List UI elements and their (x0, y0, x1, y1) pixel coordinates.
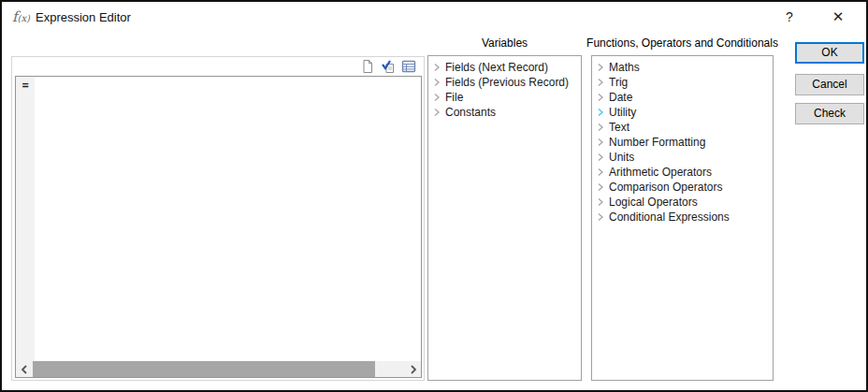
expression-line[interactable]: =if ([Lithology]="DD" & ([Pb_ppm]>60 | [… (37, 79, 421, 94)
chevron-right-icon (432, 78, 441, 87)
horizontal-scrollbar[interactable] (16, 361, 421, 377)
chevron-right-icon (596, 152, 605, 162)
tree-item-date[interactable]: Date (592, 90, 773, 105)
chevron-right-icon (432, 93, 441, 102)
tree-item-label: Utility (609, 106, 636, 119)
tree-item-label: Date (609, 91, 632, 104)
new-expression-icon[interactable] (360, 59, 375, 74)
tree-item-label: Units (609, 151, 634, 164)
expression-editor-dialog: f(x) Expression Editor ? ✕ (0, 0, 868, 392)
tree-item-comparison-operators[interactable]: Comparison Operators (592, 180, 773, 195)
tree-item-label: File (445, 91, 463, 104)
scroll-left-arrow-icon[interactable] (16, 361, 32, 377)
chevron-right-icon (596, 197, 605, 207)
ok-button[interactable]: OK (795, 42, 864, 64)
tree-item-number-formatting[interactable]: Number Formatting (592, 135, 773, 150)
tree-item-conditional-expressions[interactable]: Conditional Expressions (592, 210, 773, 225)
tree-item-file[interactable]: File (428, 90, 581, 105)
functions-list: Maths Trig Date Utility Text Number Form… (591, 55, 774, 381)
tree-item-label: Logical Operators (609, 196, 698, 209)
title-bar: f(x) Expression Editor ? ✕ (2, 2, 866, 32)
tree-item-arithmetic-operators[interactable]: Arithmetic Operators (592, 165, 773, 180)
chevron-right-icon (432, 63, 441, 72)
fx-icon: f(x) (12, 8, 30, 25)
tree-item-maths[interactable]: Maths (592, 60, 773, 75)
chevron-right-icon (596, 212, 605, 222)
tree-item-fields-previous-record[interactable]: Fields (Previous Record) (428, 75, 581, 90)
tree-item-label: Trig (609, 76, 628, 89)
insert-field-grid-icon[interactable] (401, 59, 416, 74)
tree-item-label: Fields (Next Record) (445, 61, 548, 74)
expression-panel: = =if ([Lithology]="DD" & ([Pb_ppm]>60 |… (11, 56, 425, 381)
tree-item-label: Arithmetic Operators (609, 166, 712, 179)
tree-item-label: Maths (609, 61, 640, 74)
tree-item-label: Comparison Operators (609, 181, 722, 194)
chevron-right-icon (596, 182, 605, 192)
functions-label: Functions, Operators and Conditionals (586, 36, 778, 50)
tree-item-label: Number Formatting (609, 136, 705, 149)
chevron-right-icon (596, 108, 605, 117)
chevron-right-icon (596, 93, 605, 102)
chevron-right-icon (432, 108, 441, 117)
tree-item-units[interactable]: Units (592, 150, 773, 165)
tree-item-label: Text (609, 121, 629, 134)
tree-item-utility[interactable]: Utility (592, 105, 773, 120)
tree-item-trig[interactable]: Trig (592, 75, 773, 90)
chevron-right-icon (596, 138, 605, 147)
tree-item-constants[interactable]: Constants (428, 105, 581, 120)
chevron-right-icon (596, 167, 605, 177)
help-button[interactable]: ? (774, 6, 804, 28)
tree-item-label: Conditional Expressions (609, 211, 730, 224)
tree-item-fields-next-record[interactable]: Fields (Next Record) (428, 60, 581, 75)
expression-gutter: = (16, 77, 36, 361)
check-button[interactable]: Check (795, 103, 864, 124)
scrollbar-thumb[interactable] (33, 361, 375, 377)
tree-item-label: Constants (445, 106, 496, 119)
tree-item-label: Fields (Previous Record) (445, 76, 569, 89)
check-expression-icon[interactable] (381, 59, 396, 74)
scroll-right-arrow-icon[interactable] (405, 361, 421, 377)
expression-toolbar (12, 57, 424, 75)
tree-item-text[interactable]: Text (592, 120, 773, 135)
chevron-right-icon (596, 123, 605, 132)
variables-list: Fields (Next Record) Fields (Previous Re… (427, 55, 582, 381)
cancel-button[interactable]: Cancel (795, 74, 864, 95)
chevron-right-icon (596, 78, 605, 87)
chevron-right-icon (596, 63, 605, 72)
tree-item-logical-operators[interactable]: Logical Operators (592, 195, 773, 210)
close-button[interactable]: ✕ (823, 6, 853, 28)
expression-input[interactable]: = =if ([Lithology]="DD" & ([Pb_ppm]>60 |… (15, 76, 422, 378)
gutter-equals-label: = (16, 79, 35, 92)
window-title: Expression Editor (36, 10, 131, 24)
variables-label: Variables (427, 36, 582, 50)
